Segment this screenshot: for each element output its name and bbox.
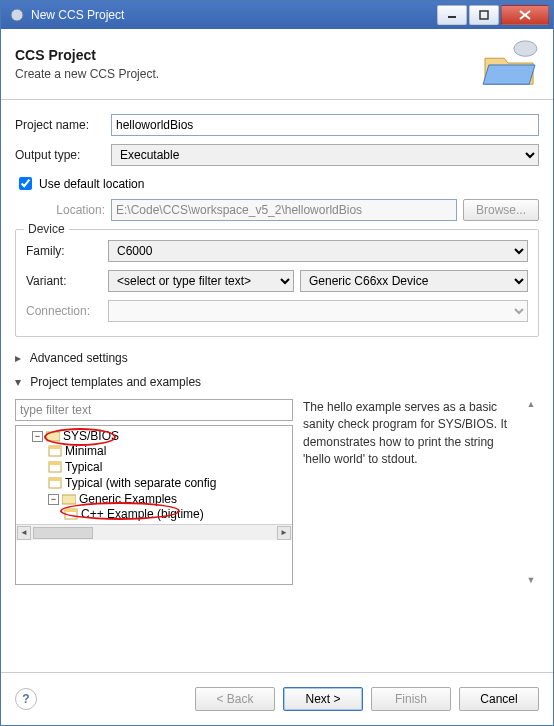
wizard-footer: ? < Back Next > Finish Cancel <box>1 672 553 725</box>
advanced-settings-label: Advanced settings <box>30 351 128 365</box>
family-label: Family: <box>26 244 108 258</box>
svg-rect-12 <box>49 478 61 481</box>
output-type-label: Output type: <box>15 148 111 162</box>
tree-item-typical-separate[interactable]: Typical (with separate config <box>48 476 292 490</box>
help-button[interactable]: ? <box>15 688 37 710</box>
next-button[interactable]: Next > <box>283 687 363 711</box>
templates-twisty[interactable] <box>15 375 27 389</box>
templates-label: Project templates and examples <box>30 375 201 389</box>
finish-button: Finish <box>371 687 451 711</box>
svg-rect-10 <box>49 462 61 465</box>
scroll-up-icon[interactable]: ▲ <box>527 399 536 409</box>
project-name-input[interactable] <box>111 114 539 136</box>
device-legend: Device <box>24 222 69 236</box>
tree-item-cpp-example[interactable]: C++ Example (bigtime) <box>64 507 292 521</box>
tree-item-typical[interactable]: Typical <box>48 460 292 474</box>
advanced-settings-twisty[interactable] <box>15 351 27 365</box>
use-default-location-label: Use default location <box>39 177 144 191</box>
tree-scrollbar[interactable]: ◄ ► <box>16 524 292 540</box>
use-default-location-checkbox[interactable] <box>19 177 32 190</box>
close-button[interactable] <box>501 5 549 25</box>
connection-select <box>108 300 528 322</box>
folder-icon <box>481 39 539 89</box>
collapse-icon[interactable]: − <box>48 494 59 505</box>
connection-label: Connection: <box>26 304 108 318</box>
variant-device-select[interactable]: Generic C66xx Device <box>300 270 528 292</box>
folder-node-icon <box>46 430 60 442</box>
wizard-header: CCS Project Create a new CCS Project. <box>1 29 553 100</box>
folder-node-icon <box>62 493 76 505</box>
cancel-button[interactable]: Cancel <box>459 687 539 711</box>
variant-label: Variant: <box>26 274 108 288</box>
window-title: New CCS Project <box>31 8 435 22</box>
svg-rect-2 <box>480 11 488 19</box>
project-name-label: Project name: <box>15 118 111 132</box>
back-button: < Back <box>195 687 275 711</box>
svg-point-5 <box>514 41 537 56</box>
template-icon <box>48 477 62 489</box>
titlebar: New CCS Project <box>1 1 553 29</box>
description-scrollbar[interactable]: ▲ ▼ <box>523 399 539 585</box>
template-filter-input[interactable] <box>15 399 293 421</box>
page-subtitle: Create a new CCS Project. <box>15 67 481 81</box>
template-icon <box>64 508 78 520</box>
device-group: Device Family: C6000 Variant: <select or… <box>15 229 539 337</box>
template-description: The hello example serves as a basic sani… <box>303 399 523 585</box>
collapse-icon[interactable]: − <box>32 431 43 442</box>
browse-button: Browse... <box>463 199 539 221</box>
svg-rect-13 <box>62 495 76 504</box>
template-icon <box>48 461 62 473</box>
svg-rect-15 <box>65 509 77 512</box>
template-icon <box>48 445 62 457</box>
scroll-thumb[interactable] <box>33 527 93 539</box>
minimize-button[interactable] <box>437 5 467 25</box>
location-label: Location: <box>15 203 111 217</box>
svg-rect-8 <box>49 446 61 449</box>
variant-filter-select[interactable]: <select or type filter text> <box>108 270 294 292</box>
svg-point-0 <box>11 9 23 21</box>
page-title: CCS Project <box>15 47 481 63</box>
app-icon <box>9 7 25 23</box>
scroll-left-icon[interactable]: ◄ <box>17 526 31 540</box>
tree-node-sysbios[interactable]: − SYS/BIOS <box>32 429 292 443</box>
maximize-button[interactable] <box>469 5 499 25</box>
scroll-down-icon[interactable]: ▼ <box>527 575 536 585</box>
location-input <box>111 199 457 221</box>
output-type-select[interactable]: Executable <box>111 144 539 166</box>
svg-rect-6 <box>46 432 60 441</box>
tree-item-minimal[interactable]: Minimal <box>48 444 292 458</box>
family-select[interactable]: C6000 <box>108 240 528 262</box>
scroll-right-icon[interactable]: ► <box>277 526 291 540</box>
tree-node-generic-examples[interactable]: − Generic Examples <box>48 492 292 506</box>
